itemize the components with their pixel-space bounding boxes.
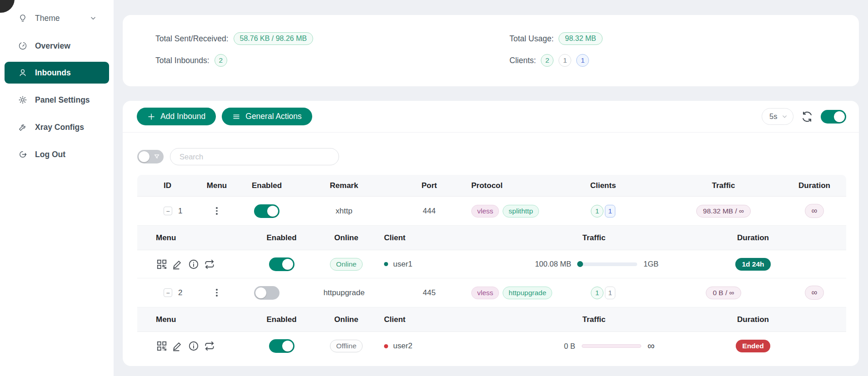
client-count-badge: 1 (591, 205, 604, 218)
qr-code-icon[interactable] (156, 340, 168, 352)
sub-col-online: Online (321, 315, 371, 324)
row-menu-button[interactable] (214, 205, 219, 217)
stat-total-usage: Total Usage: 98.32 MB (509, 32, 603, 45)
refresh-interval-select[interactable]: 5s (762, 108, 793, 125)
client-status-dot (384, 344, 388, 348)
stats-card: Total Sent/Received: 58.76 KB / 98.26 MB… (123, 15, 859, 86)
auto-refresh-toggle[interactable] (821, 110, 846, 124)
add-inbound-button[interactable]: Add Inbound (137, 108, 216, 125)
reset-traffic-icon[interactable] (204, 340, 215, 352)
stat-label: Total Inbounds: (155, 56, 210, 65)
sidebar-item-label: Inbounds (35, 68, 71, 78)
client-row: Online user1 100.08 MB 1GB 1d 24h (137, 250, 846, 278)
inbounds-panel: Add Inbound General Actions 5s (123, 101, 859, 366)
collapse-row-button[interactable]: − (164, 288, 172, 297)
row-menu-button[interactable] (214, 287, 219, 298)
lightbulb-icon (18, 14, 27, 23)
plus-icon (147, 113, 155, 121)
duration-pill: ∞ (805, 286, 824, 300)
sub-col-duration: Duration (696, 315, 846, 324)
sub-col-enabled: Enabled (242, 233, 321, 242)
col-header-clients: Clients (574, 181, 633, 190)
online-status-pill: Offline (330, 340, 363, 352)
sidebar-item-overview[interactable]: Overview (5, 35, 109, 57)
chevron-down-icon (90, 15, 96, 21)
sidebar-item-inbounds[interactable]: Inbounds (5, 62, 109, 84)
client-online-badge: 1 (605, 287, 615, 299)
filter-toggle[interactable] (137, 150, 164, 163)
sidebar-item-panel-settings[interactable]: Panel Settings (5, 89, 109, 111)
traffic-used: 100.08 MB (529, 260, 571, 268)
client-duration-pill: 1d 24h (735, 258, 770, 271)
qr-code-icon[interactable] (156, 258, 168, 270)
sub-col-menu: Menu (137, 233, 242, 242)
sub-col-duration: Duration (696, 233, 846, 242)
inbound-remark: httpupgrade (301, 288, 387, 297)
col-header-duration: Duration (783, 181, 846, 190)
traffic-progress-bar (578, 262, 637, 266)
client-enabled-toggle[interactable] (269, 257, 294, 271)
edit-pencil-icon[interactable] (172, 340, 184, 352)
client-online-badge: 1 (605, 205, 615, 218)
toolbar: Add Inbound General Actions 5s (123, 101, 859, 133)
inbound-row: − 2 httpupgrade 445 vless httpupgrade 1 … (137, 278, 846, 307)
stat-clients: Clients: 2 1 1 (509, 54, 589, 67)
client-status-dot (384, 262, 388, 266)
duration-pill: ∞ (805, 204, 824, 218)
traffic-progress-bar (582, 344, 641, 348)
inbound-row: − 1 xhttp 444 vless splithttp 1 1 98.32 … (137, 197, 846, 226)
sidebar-item-log-out[interactable]: Log Out (5, 143, 109, 165)
inbound-port: 445 (387, 288, 471, 297)
stat-value-pill: 98.32 MB (559, 32, 602, 45)
traffic-pill: 98.32 MB / ∞ (696, 205, 751, 218)
inbound-enabled-toggle[interactable] (254, 204, 279, 218)
clients-badge-deactivated: 1 (559, 54, 571, 67)
col-header-remark: Remark (301, 181, 387, 190)
edit-pencil-icon[interactable] (172, 258, 184, 270)
inbound-id: 1 (178, 207, 182, 216)
client-enabled-toggle[interactable] (269, 339, 294, 353)
client-duration-pill: Ended (736, 340, 770, 352)
inbound-enabled-toggle[interactable] (254, 286, 279, 300)
sub-col-enabled: Enabled (242, 315, 321, 324)
protocol-tag: vless (471, 287, 499, 299)
traffic-pill: 0 B / ∞ (706, 287, 741, 299)
sub-col-online: Online (321, 233, 371, 242)
toolbar-right: 5s (762, 108, 846, 125)
stat-label: Total Sent/Received: (155, 34, 229, 44)
inbound-remark: xhttp (301, 207, 387, 216)
client-table-header: Menu Enabled Online Client Traffic Durat… (137, 307, 846, 332)
logout-icon (18, 150, 27, 159)
client-table-header: Menu Enabled Online Client Traffic Durat… (137, 226, 846, 250)
refresh-icon[interactable] (801, 111, 813, 123)
transport-tag: httpupgrade (503, 287, 552, 299)
general-actions-button[interactable]: General Actions (222, 108, 312, 125)
user-icon (18, 68, 27, 77)
col-header-menu: Menu (201, 181, 233, 190)
traffic-total: ∞ (648, 340, 655, 352)
stat-total-inbounds: Total Inbounds: 2 (155, 54, 227, 67)
client-row: Offline user2 0 B ∞ Ended (137, 332, 846, 360)
col-header-port: Port (387, 181, 471, 190)
stat-label: Clients: (509, 56, 536, 65)
search-input[interactable] (170, 148, 339, 165)
info-circle-icon[interactable] (188, 258, 200, 270)
sub-col-menu: Menu (137, 315, 242, 324)
inbounds-table: ID Menu Enabled Remark Port Protocol Cli… (137, 175, 846, 360)
sidebar-item-xray-configs[interactable]: Xray Configs (5, 116, 109, 138)
client-name: user1 (393, 260, 413, 269)
collapse-row-button[interactable]: − (164, 207, 172, 215)
info-circle-icon[interactable] (188, 340, 200, 352)
protocol-tag: vless (471, 205, 499, 218)
inbound-port: 444 (387, 207, 471, 216)
client-name: user2 (393, 341, 413, 351)
clients-badge-online: 1 (576, 54, 589, 67)
reset-traffic-icon[interactable] (204, 258, 215, 270)
sidebar: Theme Overview Inbounds (0, 0, 114, 376)
sub-col-client: Client (371, 233, 469, 242)
sub-col-traffic: Traffic (469, 315, 696, 324)
sidebar-item-label: Overview (35, 41, 70, 51)
col-header-protocol: Protocol (471, 181, 574, 190)
traffic-used: 0 B (534, 342, 575, 351)
sidebar-item-theme[interactable]: Theme (5, 7, 109, 29)
